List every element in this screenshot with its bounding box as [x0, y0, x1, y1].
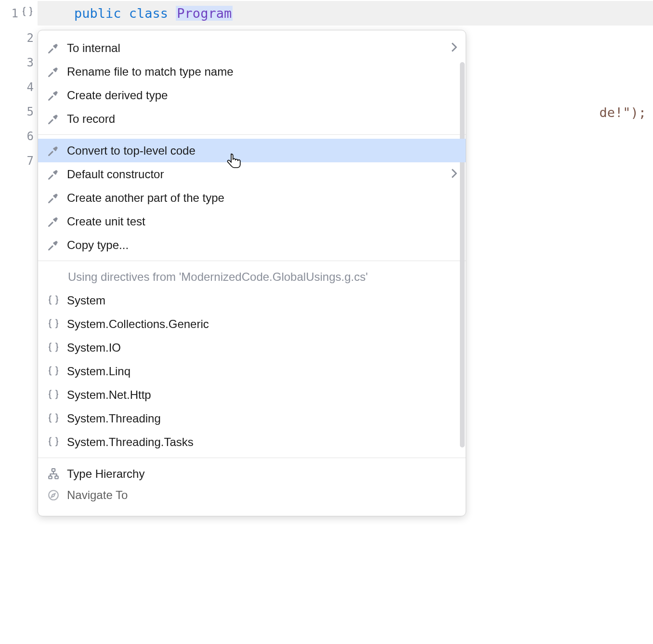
menu-label: To record [67, 112, 457, 126]
svg-rect-1 [49, 476, 52, 478]
hammer-icon [47, 168, 60, 181]
menu-label: Create unit test [67, 215, 457, 228]
using-linq[interactable]: System.Linq [38, 359, 466, 383]
using-system[interactable]: System [38, 289, 466, 312]
menu-label: Create another part of the type [67, 191, 457, 205]
menu-label: To internal [67, 41, 444, 55]
context-actions-popup: To internal Rename file to match type na… [38, 30, 466, 516]
braces-icon [47, 388, 60, 402]
menu-label: Type Hierarchy [67, 467, 457, 481]
svg-rect-2 [55, 476, 58, 478]
using-threading-tasks[interactable]: System.Threading.Tasks [38, 430, 466, 454]
svg-point-3 [49, 490, 58, 500]
compass-icon [47, 488, 60, 502]
hierarchy-icon [47, 467, 60, 481]
braces-icon [47, 317, 60, 331]
line-number: 3 [27, 56, 34, 69]
menu-label: Create derived type [67, 89, 457, 102]
braces-icon [47, 365, 60, 378]
gutter-row-3: 3 [0, 50, 38, 75]
hammer-icon [47, 89, 60, 102]
gutter-row-7: 7 [0, 148, 38, 173]
action-type-hierarchy[interactable]: Type Hierarchy [38, 462, 466, 486]
divider [38, 134, 466, 135]
menu-label: Copy type... [67, 238, 457, 252]
usings-heading: Using directives from 'ModernizedCode.Gl… [38, 265, 466, 289]
menu-label: Rename file to match type name [67, 65, 457, 79]
action-to-record[interactable]: To record [38, 107, 466, 131]
using-threading[interactable]: System.Threading [38, 407, 466, 430]
code-line-1[interactable]: public class Program [38, 1, 653, 26]
action-create-part[interactable]: Create another part of the type [38, 186, 466, 210]
menu-label: Default constructor [67, 168, 444, 181]
gutter-row-2: 2 [0, 26, 38, 50]
line-number: 6 [27, 130, 34, 143]
menu-label: System.Threading.Tasks [67, 435, 457, 449]
hammer-icon [47, 41, 60, 55]
line-number: 1 [12, 7, 18, 20]
chevron-right-icon [451, 168, 457, 181]
line-number: 5 [27, 105, 34, 118]
code-trailing: de!"); [599, 105, 646, 120]
braces-icon [21, 6, 34, 21]
divider [38, 261, 466, 261]
using-net-http[interactable]: System.Net.Http [38, 383, 466, 407]
keyword-class: class [129, 6, 168, 21]
divider [38, 458, 466, 458]
menu-label: Navigate To [67, 488, 457, 502]
hammer-icon [47, 144, 60, 158]
hammer-icon [47, 112, 60, 126]
hammer-icon [47, 191, 60, 205]
line-number: 7 [27, 154, 34, 168]
gutter: 1 2 3 4 5 6 7 [0, 0, 38, 644]
gutter-row-6: 6 [0, 124, 38, 148]
action-navigate-to[interactable]: Navigate To [38, 486, 466, 505]
hammer-icon [47, 238, 60, 252]
action-create-unit-test[interactable]: Create unit test [38, 210, 466, 233]
svg-rect-0 [52, 469, 55, 471]
using-collections-generic[interactable]: System.Collections.Generic [38, 312, 466, 336]
action-default-constructor[interactable]: Default constructor [38, 162, 466, 186]
menu-label: System [67, 294, 457, 307]
chevron-right-icon [451, 41, 457, 55]
braces-icon [47, 412, 60, 425]
action-to-internal[interactable]: To internal [38, 36, 466, 60]
action-copy-type[interactable]: Copy type... [38, 233, 466, 257]
braces-icon [47, 435, 60, 449]
action-create-derived-type[interactable]: Create derived type [38, 83, 466, 107]
line-number: 2 [27, 31, 34, 45]
using-io[interactable]: System.IO [38, 336, 466, 359]
gutter-row-4: 4 [0, 75, 38, 99]
braces-icon [47, 341, 60, 355]
hammer-icon [47, 215, 60, 228]
menu-label: System.Net.Http [67, 388, 457, 402]
menu-label: Convert to top-level code [67, 144, 457, 158]
line-number: 4 [27, 80, 34, 94]
gutter-row-1: 1 [0, 1, 38, 26]
menu-label: System.Threading [67, 412, 457, 425]
action-convert-top-level[interactable]: Convert to top-level code [38, 139, 466, 162]
hammer-icon [47, 65, 60, 79]
menu-label: System.Linq [67, 365, 457, 378]
type-name: Program [176, 6, 233, 21]
keyword-public: public [74, 6, 121, 21]
action-rename-file[interactable]: Rename file to match type name [38, 60, 466, 83]
menu-label: System.IO [67, 341, 457, 355]
menu-label: System.Collections.Generic [67, 317, 457, 331]
gutter-row-5: 5 [0, 99, 38, 124]
braces-icon [47, 294, 60, 307]
